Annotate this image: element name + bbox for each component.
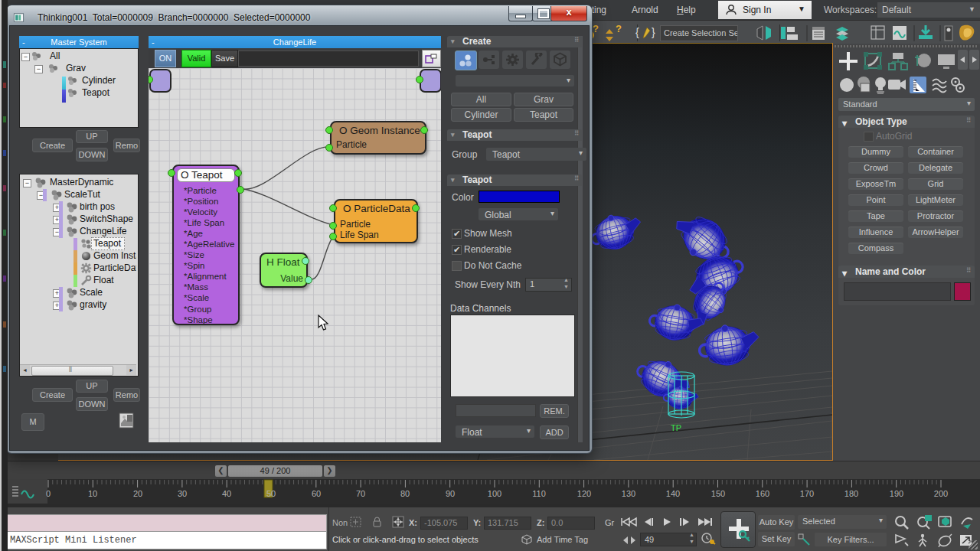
svg-text:?: ? xyxy=(616,23,622,34)
svg-text:TP: TP xyxy=(671,423,681,432)
svg-text:?: ? xyxy=(593,23,599,34)
